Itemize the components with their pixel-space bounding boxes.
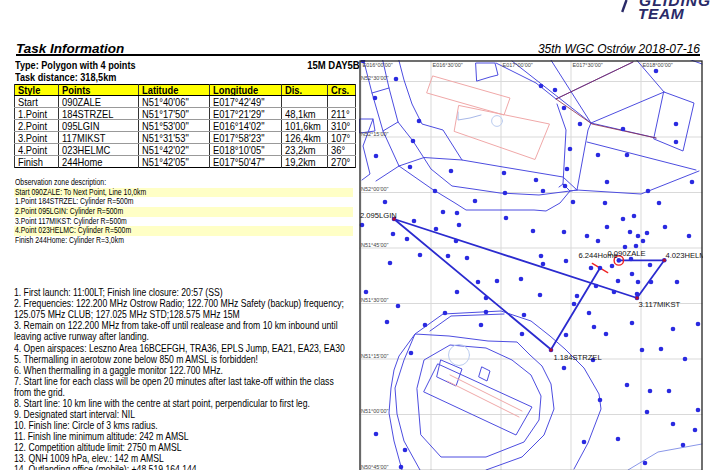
svg-text:N52°15'00": N52°15'00" [361, 131, 389, 137]
svg-text:E016°00'00": E016°00'00" [363, 62, 393, 68]
svg-text:2.095LGIN: 2.095LGIN [360, 211, 397, 220]
svg-text:E016°30'00": E016°30'00" [433, 62, 463, 68]
svg-text:N51°00'00": N51°00'00" [361, 408, 389, 414]
svg-text:N52°00'00": N52°00'00" [361, 186, 389, 192]
svg-text:E017°30'00": E017°30'00" [573, 62, 603, 68]
svg-text:N51°30'00": N51°30'00" [361, 297, 389, 303]
svg-text:0.090ZALE: 0.090ZALE [608, 249, 646, 258]
svg-text:3.117MIKST: 3.117MIKST [639, 300, 681, 309]
svg-text:4.023HELMC: 4.023HELMC [666, 251, 704, 260]
svg-text:E017°00'00": E017°00'00" [503, 62, 533, 68]
svg-text:N52°30'00": N52°30'00" [361, 75, 389, 81]
svg-text:N51°45'00": N51°45'00" [361, 242, 389, 248]
svg-text:1.184STRZEL: 1.184STRZEL [554, 353, 602, 362]
svg-text:E018°00'00": E018°00'00" [643, 62, 673, 68]
svg-text:N50°45'00": N50°45'00" [361, 464, 389, 470]
svg-text:N51°15'00": N51°15'00" [361, 353, 389, 359]
